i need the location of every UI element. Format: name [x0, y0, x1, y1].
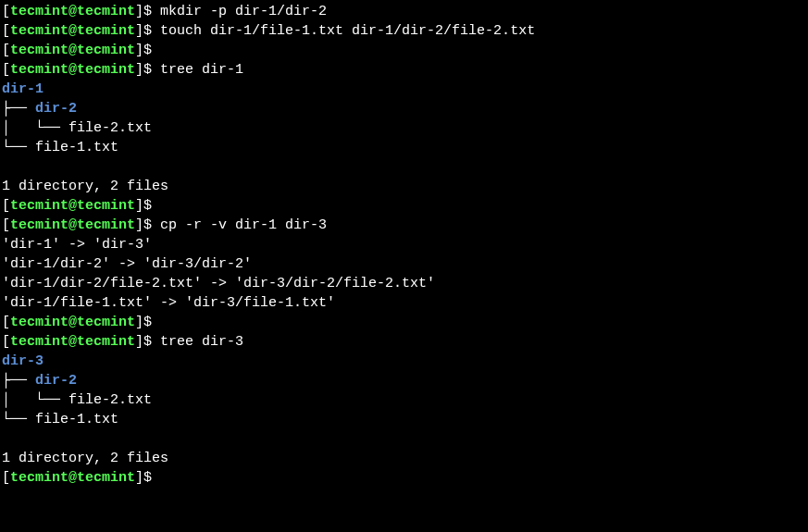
- bracket-close-dollar: ]$: [135, 334, 152, 350]
- tree-summary: 1 directory, 2 files: [2, 177, 806, 196]
- command-tree1: tree dir-1: [152, 62, 243, 78]
- bracket-open: [: [2, 470, 10, 486]
- cp-output-line: 'dir-1/dir-2' -> 'dir-3/dir-2': [2, 254, 806, 274]
- tree-line: └── file-1.txt: [2, 138, 806, 157]
- bracket-close-dollar: ]$: [135, 43, 152, 58]
- bracket-open: [: [2, 62, 10, 78]
- terminal-line[interactable]: [tecmint@tecmint]$: [2, 41, 806, 60]
- user-host: tecmint@tecmint: [10, 198, 135, 214]
- dir-name: dir-2: [35, 101, 77, 117]
- tree-summary: 1 directory, 2 files: [2, 449, 806, 468]
- terminal-line[interactable]: [tecmint@tecmint]$: [2, 313, 806, 332]
- dir-name: dir-1: [2, 81, 44, 97]
- bracket-close-dollar: ]$: [135, 4, 152, 19]
- terminal-line[interactable]: [tecmint@tecmint]$: [2, 196, 806, 216]
- command-cp: cp -r -v dir-1 dir-3: [152, 217, 327, 233]
- bracket-close-dollar: ]$: [135, 62, 152, 78]
- tree-file: └── file-1.txt: [2, 412, 118, 427]
- dir-name: dir-2: [35, 373, 77, 389]
- tree-branch: ├──: [2, 373, 35, 389]
- tree-file: │ └── file-2.txt: [2, 392, 152, 408]
- terminal-line[interactable]: [tecmint@tecmint]$ mkdir -p dir-1/dir-2: [2, 2, 806, 21]
- tree-line: └── file-1.txt: [2, 410, 806, 429]
- tree-branch: ├──: [2, 101, 35, 117]
- dir-name: dir-3: [2, 353, 44, 369]
- bracket-close-dollar: ]$: [135, 23, 152, 39]
- user-host: tecmint@tecmint: [10, 334, 135, 350]
- bracket-open: [: [2, 23, 10, 39]
- terminal-line[interactable]: [tecmint@tecmint]$ touch dir-1/file-1.tx…: [2, 21, 806, 41]
- user-host: tecmint@tecmint: [10, 315, 135, 330]
- tree-file: └── file-1.txt: [2, 140, 118, 155]
- tree-line: ├── dir-2: [2, 371, 806, 390]
- cp-output-line: 'dir-1/dir-2/file-2.txt' -> 'dir-3/dir-2…: [2, 274, 806, 293]
- bracket-open: [: [2, 43, 10, 58]
- terminal-line[interactable]: [tecmint@tecmint]$ cp -r -v dir-1 dir-3: [2, 216, 806, 235]
- bracket-close-dollar: ]$: [135, 198, 152, 214]
- user-host: tecmint@tecmint: [10, 43, 135, 58]
- terminal-line[interactable]: [tecmint@tecmint]$ tree dir-1: [2, 60, 806, 80]
- command-tree3: tree dir-3: [152, 334, 243, 350]
- cp-output-line: 'dir-1' -> 'dir-3': [2, 235, 806, 254]
- tree-file: │ └── file-2.txt: [2, 120, 152, 136]
- user-host: tecmint@tecmint: [10, 470, 135, 486]
- cp-output-line: 'dir-1/file-1.txt' -> 'dir-3/file-1.txt': [2, 293, 806, 313]
- bracket-close-dollar: ]$: [135, 315, 152, 330]
- tree-line: │ └── file-2.txt: [2, 390, 806, 410]
- terminal-line[interactable]: [tecmint@tecmint]$ tree dir-3: [2, 332, 806, 352]
- bracket-close-dollar: ]$: [135, 217, 152, 233]
- bracket-open: [: [2, 198, 10, 214]
- tree-root: dir-1: [2, 80, 806, 99]
- command-touch: touch dir-1/file-1.txt dir-1/dir-2/file-…: [152, 23, 535, 39]
- blank-line: [2, 429, 806, 449]
- command-mkdir: mkdir -p dir-1/dir-2: [152, 4, 327, 19]
- bracket-open: [: [2, 4, 10, 19]
- tree-line: ├── dir-2: [2, 99, 806, 118]
- blank-line: [2, 157, 806, 177]
- user-host: tecmint@tecmint: [10, 23, 135, 39]
- user-host: tecmint@tecmint: [10, 217, 135, 233]
- bracket-open: [: [2, 217, 10, 233]
- bracket-open: [: [2, 334, 10, 350]
- user-host: tecmint@tecmint: [10, 62, 135, 78]
- terminal-line[interactable]: [tecmint@tecmint]$: [2, 468, 806, 488]
- bracket-close-dollar: ]$: [135, 470, 152, 486]
- tree-line: │ └── file-2.txt: [2, 118, 806, 138]
- bracket-open: [: [2, 315, 10, 330]
- tree-root: dir-3: [2, 352, 806, 371]
- user-host: tecmint@tecmint: [10, 4, 135, 19]
